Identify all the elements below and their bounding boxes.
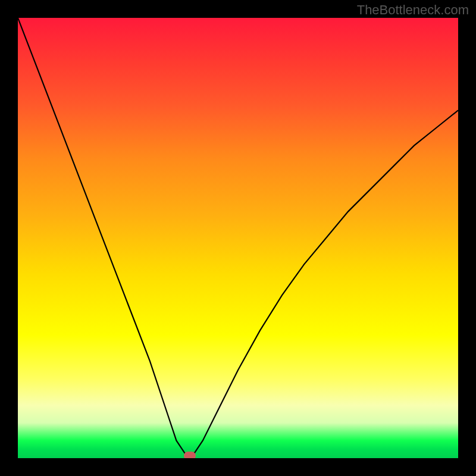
minimum-marker (184, 452, 196, 458)
gradient-background (18, 18, 458, 458)
plot-area (18, 18, 458, 458)
watermark-text: TheBottleneck.com (357, 2, 469, 18)
